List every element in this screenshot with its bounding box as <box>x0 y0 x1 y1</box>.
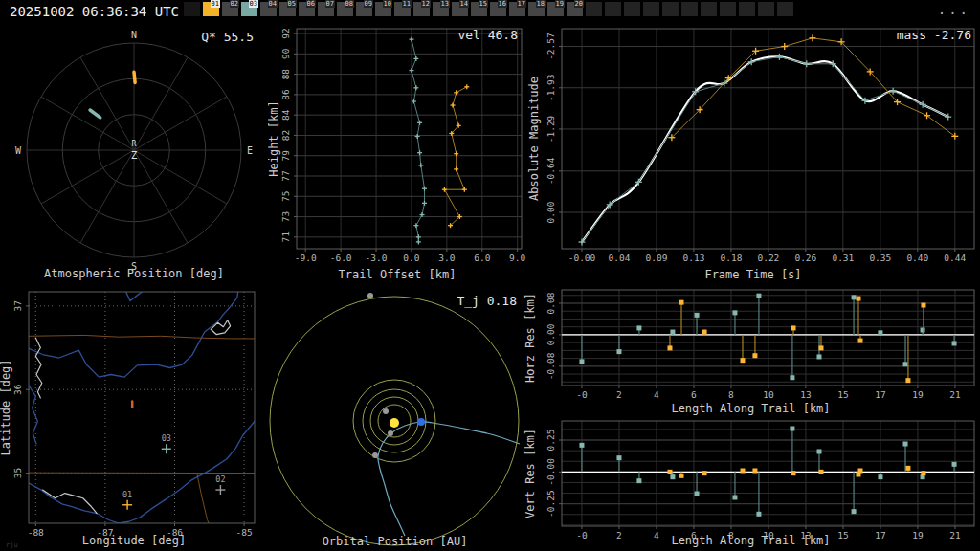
svg-text:90: 90 <box>280 48 291 59</box>
frame-thumb-10[interactable]: 10 <box>375 2 391 16</box>
frame-thumb-slot[interactable] <box>739 2 755 16</box>
panel-atmospheric-position: NSEWRZ Q* 55.5 Atmospheric Position [deg… <box>0 24 268 287</box>
tisserand-readout: T_j 0.18 <box>457 294 517 308</box>
frame-thumbnails: 0102030405060708091011121314151617181920 <box>184 2 793 16</box>
svg-text:9.0: 9.0 <box>509 253 525 263</box>
svg-text:03: 03 <box>162 433 171 443</box>
frame-thumb-slot[interactable] <box>720 2 736 16</box>
frame-thumb-16[interactable]: 16 <box>490 2 506 16</box>
frame-thumb-02[interactable]: 02 <box>222 2 238 16</box>
svg-text:01: 01 <box>122 490 132 499</box>
frame-thumb-slot[interactable] <box>643 2 659 16</box>
frame-thumb-03[interactable]: 03 <box>241 2 257 16</box>
panel-orbit: T_j 0.18 Orbital Position [AU] <box>268 287 522 551</box>
frame-thumb-12[interactable]: 12 <box>413 2 430 16</box>
frame-thumb-slot[interactable] <box>586 2 602 16</box>
svg-text:4: 4 <box>654 389 659 400</box>
svg-text:0.40: 0.40 <box>906 253 928 263</box>
frame-thumb-slot[interactable] <box>184 2 200 16</box>
magnitude-xlabel: Frame Time [s] <box>526 268 980 281</box>
frame-thumb-04[interactable]: 04 <box>260 2 277 16</box>
frame-thumb-slot[interactable] <box>605 2 621 16</box>
frame-thumb-slot[interactable] <box>701 2 717 16</box>
svg-text:0.04: 0.04 <box>609 253 631 263</box>
svg-text:W: W <box>15 145 22 156</box>
frame-thumb-09[interactable]: 09 <box>356 2 372 16</box>
svg-text:15: 15 <box>837 389 848 400</box>
svg-text:73: 73 <box>280 211 291 222</box>
svg-text:0.22: 0.22 <box>757 253 779 263</box>
panel-residual-vertical: -024681013151719210.25-0.00-0.25Vert Res… <box>522 418 980 551</box>
frame-thumb-label: 17 <box>517 0 526 8</box>
svg-text:02: 02 <box>215 474 225 484</box>
svg-text:13: 13 <box>800 389 811 400</box>
ground-map-chart: -88-87-86-85353637010203Latitude [deg] <box>0 287 268 551</box>
frame-thumb-label: 06 <box>306 0 316 8</box>
svg-text:-0: -0 <box>576 389 588 400</box>
svg-text:Horz Res [km]: Horz Res [km] <box>523 293 537 383</box>
svg-text:-1.29: -1.29 <box>546 115 556 143</box>
frame-thumb-17[interactable]: 17 <box>509 2 525 16</box>
frame-thumb-01[interactable]: 01 <box>203 2 219 16</box>
svg-text:21: 21 <box>949 389 961 400</box>
svg-text:82: 82 <box>280 130 291 141</box>
frame-thumb-slot[interactable] <box>681 2 698 16</box>
svg-text:0.00: 0.00 <box>546 323 556 345</box>
frame-thumb-label: 01 <box>211 0 220 8</box>
svg-text:0.00: 0.00 <box>546 201 556 223</box>
svg-text:35: 35 <box>12 468 23 478</box>
frame-thumb-18[interactable]: 18 <box>528 2 545 16</box>
svg-text:2: 2 <box>616 389 622 400</box>
residual-v-xlabel: Length Along Trail [km] <box>522 534 980 547</box>
frame-thumb-slot[interactable] <box>662 2 679 16</box>
svg-text:36: 36 <box>12 384 23 395</box>
svg-text:17: 17 <box>875 389 885 400</box>
frame-thumb-19[interactable]: 19 <box>547 2 564 16</box>
frame-thumb-label: 02 <box>230 0 239 8</box>
residual-h-xlabel: Length Along Trail [km] <box>522 402 980 415</box>
svg-text:Latitude [deg]: Latitude [deg] <box>0 359 12 455</box>
frame-thumb-slot[interactable] <box>624 2 640 16</box>
map-xlabel: Longitude [deg] <box>0 534 268 547</box>
frame-thumb-label: 07 <box>325 0 335 8</box>
svg-text:6.0: 6.0 <box>474 253 490 263</box>
svg-text:8: 8 <box>728 389 734 400</box>
svg-text:37: 37 <box>12 300 23 311</box>
frame-thumb-11[interactable]: 11 <box>394 2 411 16</box>
frame-thumb-label: 18 <box>536 0 546 8</box>
svg-text:Absolute Magnitude: Absolute Magnitude <box>527 77 541 201</box>
frame-thumb-label: 08 <box>345 0 354 8</box>
frame-thumb-slot[interactable] <box>758 2 774 16</box>
panel-velocity: -9.0-6.0-3.00.03.06.09.09290888684827977… <box>268 24 526 287</box>
frame-thumb-15[interactable]: 15 <box>471 2 487 16</box>
svg-text:92: 92 <box>280 28 291 38</box>
panel-magnitude: -0.000.040.090.130.180.220.260.310.350.4… <box>526 24 980 287</box>
svg-text:-2.57: -2.57 <box>546 33 556 60</box>
frame-thumb-05[interactable]: 05 <box>279 2 296 16</box>
velocity-xlabel: Trail Offset [km] <box>268 268 526 281</box>
svg-text:6: 6 <box>691 389 697 400</box>
svg-text:0.26: 0.26 <box>794 253 816 263</box>
frame-thumb-slot[interactable] <box>777 2 793 16</box>
frame-thumb-20[interactable]: 20 <box>567 2 583 16</box>
svg-text:75: 75 <box>280 191 291 202</box>
frame-thumb-label: 12 <box>421 0 431 8</box>
frame-thumb-label: 10 <box>383 0 392 8</box>
overflow-menu[interactable]: ... <box>938 2 970 17</box>
frame-thumb-06[interactable]: 06 <box>299 2 315 16</box>
map-watermark: rju <box>6 541 18 549</box>
frame-thumb-13[interactable]: 13 <box>433 2 449 16</box>
svg-text:-0.08: -0.08 <box>546 352 556 380</box>
panel-residual-horizontal: -024681013151719210.080.00-0.08Horz Res … <box>522 287 980 418</box>
horizontal-residual-chart: -024681013151719210.080.00-0.08Horz Res … <box>522 287 980 418</box>
svg-text:3.0: 3.0 <box>438 253 455 263</box>
frame-thumb-label: 20 <box>574 0 584 8</box>
atmospheric-polar-chart: NSEWRZ <box>0 24 268 287</box>
frame-thumb-label: 03 <box>249 0 258 8</box>
app-window: 20251002 06:36:34 UTC 010203040506070809… <box>0 0 980 551</box>
svg-text:0.0: 0.0 <box>403 253 419 263</box>
frame-thumb-07[interactable]: 07 <box>318 2 334 16</box>
frame-thumb-08[interactable]: 08 <box>337 2 353 16</box>
frame-thumb-14[interactable]: 14 <box>452 2 468 16</box>
svg-text:0.44: 0.44 <box>944 253 966 263</box>
